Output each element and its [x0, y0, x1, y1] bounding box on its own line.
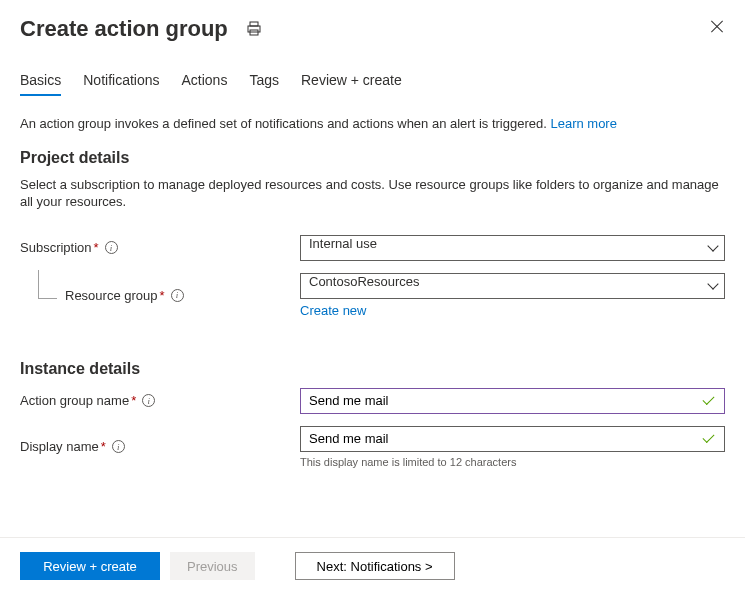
info-icon[interactable]: i [112, 440, 125, 453]
required-asterisk: * [101, 439, 106, 454]
create-new-link[interactable]: Create new [300, 303, 366, 318]
intro-text: An action group invokes a defined set of… [20, 116, 725, 131]
info-icon[interactable]: i [105, 241, 118, 254]
tabs: Basics Notifications Actions Tags Review… [20, 72, 725, 96]
svg-rect-0 [250, 22, 258, 26]
subscription-select[interactable]: Internal use [300, 235, 725, 261]
project-details-desc: Select a subscription to manage deployed… [20, 177, 725, 211]
review-create-button[interactable]: Review + create [20, 552, 160, 580]
tab-basics[interactable]: Basics [20, 72, 61, 96]
action-group-name-input[interactable] [300, 388, 725, 414]
previous-button: Previous [170, 552, 255, 580]
info-icon[interactable]: i [142, 394, 155, 407]
close-icon[interactable] [709, 18, 725, 34]
tab-review-create[interactable]: Review + create [301, 72, 402, 96]
required-asterisk: * [131, 393, 136, 408]
next-notifications-button[interactable]: Next: Notifications > [295, 552, 455, 580]
required-asterisk: * [160, 288, 165, 303]
footer: Review + create Previous Next: Notificat… [0, 537, 745, 594]
display-name-hint: This display name is limited to 12 chara… [300, 456, 725, 468]
print-icon[interactable] [246, 21, 262, 37]
tab-notifications[interactable]: Notifications [83, 72, 159, 96]
display-name-label: Display name [20, 439, 99, 454]
info-icon[interactable]: i [171, 289, 184, 302]
resource-group-label: Resource group [65, 288, 158, 303]
required-asterisk: * [94, 240, 99, 255]
tab-actions[interactable]: Actions [182, 72, 228, 96]
intro-body: An action group invokes a defined set of… [20, 116, 550, 131]
instance-details-heading: Instance details [20, 360, 725, 378]
display-name-input[interactable] [300, 426, 725, 452]
tab-tags[interactable]: Tags [249, 72, 279, 96]
page-title: Create action group [20, 16, 228, 42]
resource-group-select[interactable]: ContosoResources [300, 273, 725, 299]
project-details-heading: Project details [20, 149, 725, 167]
learn-more-link[interactable]: Learn more [550, 116, 616, 131]
action-group-name-label: Action group name [20, 393, 129, 408]
subscription-label: Subscription [20, 240, 92, 255]
